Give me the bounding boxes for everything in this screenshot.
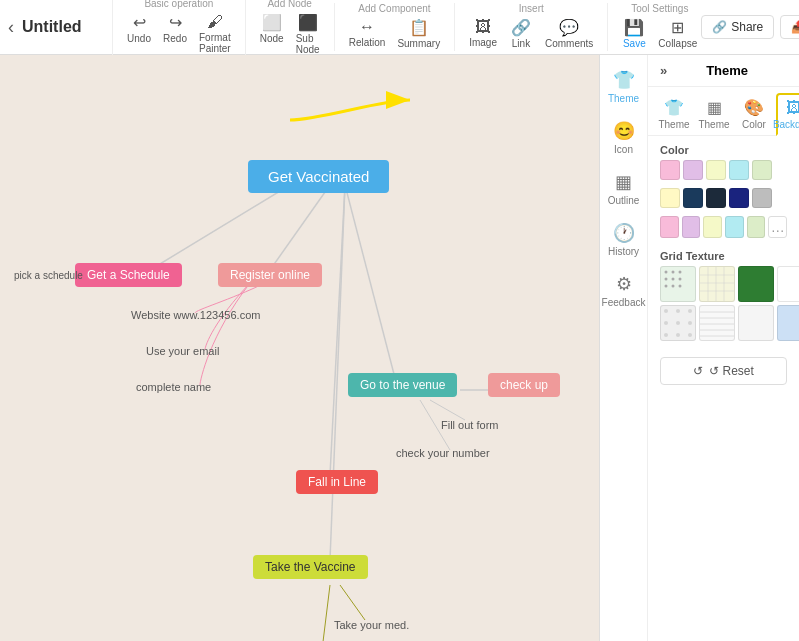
insert-section: Insert 🖼Image 🔗Link 💬Comments (454, 3, 597, 51)
checkup-node[interactable]: check up (488, 373, 560, 397)
panel-header: » Theme (648, 55, 799, 87)
root-node[interactable]: Get Vaccinated (248, 160, 389, 193)
sidebar-item-theme[interactable]: 👕 Theme (602, 63, 646, 110)
relation-button[interactable]: ↔Relation (345, 16, 390, 51)
add-component-label: Add Component (358, 3, 430, 14)
texture-swatch[interactable] (738, 266, 774, 302)
svg-point-18 (665, 285, 668, 288)
history-icon: 🕐 (613, 222, 635, 244)
theme-panel: » Theme 👕 Theme ▦ Theme 🎨 Color 🖼 (648, 55, 799, 641)
svg-line-3 (330, 185, 345, 475)
email-node[interactable]: Use your email (140, 343, 225, 359)
texture-swatch[interactable] (777, 266, 799, 302)
svg-line-4 (330, 185, 345, 560)
tab-theme2[interactable]: ▦ Theme (696, 93, 732, 135)
texture-swatch[interactable] (699, 305, 735, 341)
color-swatch[interactable] (752, 188, 772, 208)
tab-theme[interactable]: 👕 Theme (656, 93, 692, 135)
more-styles-button[interactable]: … (768, 216, 787, 238)
sidebar-item-label: Theme (608, 93, 639, 104)
tab-theme2-icon: ▦ (707, 98, 722, 117)
sidebar-item-history[interactable]: 🕐 History (602, 216, 646, 263)
color-swatch[interactable] (660, 160, 680, 180)
svg-point-14 (679, 271, 682, 274)
svg-point-19 (672, 285, 675, 288)
link-button[interactable]: 🔗Link (505, 16, 537, 51)
schedule-node[interactable]: Get a Schedule (75, 263, 182, 287)
color-swatch[interactable] (706, 160, 726, 180)
comments-button[interactable]: 💬Comments (541, 16, 597, 51)
format-painter-button[interactable]: 🖌Format Painter (195, 11, 235, 56)
sidebar-item-label: Outline (608, 195, 640, 206)
texture-swatch[interactable] (660, 266, 696, 302)
sidebar-item-feedback[interactable]: ⚙ Feedback (602, 267, 646, 314)
register-node[interactable]: Register online (218, 263, 322, 287)
save-button[interactable]: 💾Save (618, 16, 650, 51)
tab-color[interactable]: 🎨 Color (736, 93, 772, 135)
svg-point-32 (688, 321, 692, 325)
texture-swatch[interactable] (699, 266, 735, 302)
node-button[interactable]: ⬜Node (256, 11, 288, 57)
collapse-button[interactable]: ⊞Collapse (654, 16, 701, 51)
outline-icon: ▦ (615, 171, 632, 193)
texture-swatch[interactable] (660, 305, 696, 341)
color-swatch[interactable] (683, 188, 703, 208)
vaccine-node[interactable]: Take the Vaccine (253, 555, 368, 579)
color-swatch[interactable] (660, 188, 680, 208)
sidebar-item-icon[interactable]: 😊 Icon (602, 114, 646, 161)
pick-schedule-node[interactable]: pick a schedule (8, 268, 89, 283)
sub-node-button[interactable]: ⬛Sub Node (292, 11, 324, 57)
sidebar-item-outline[interactable]: ▦ Outline (602, 165, 646, 212)
reset-button[interactable]: ↺ ↺ Reset (660, 357, 787, 385)
fillout-node[interactable]: Fill out form (435, 417, 504, 433)
right-panel: 👕 Theme 😊 Icon ▦ Outline 🕐 History ⚙ Fee… (599, 55, 799, 641)
main-area: Get Vaccinated Get a Schedule Register o… (0, 55, 799, 641)
tab-backdrop[interactable]: 🖼 Backdrop (776, 93, 799, 136)
svg-point-27 (664, 309, 668, 313)
redo-button[interactable]: ↪Redo (159, 11, 191, 56)
tab-backdrop-label: Backdrop (773, 119, 799, 130)
name-node[interactable]: complete name (130, 379, 217, 395)
theme-tabs: 👕 Theme ▦ Theme 🎨 Color 🖼 Backdrop (648, 87, 799, 136)
svg-point-33 (664, 333, 668, 337)
color-swatch[interactable] (683, 160, 703, 180)
insert-label: Insert (519, 3, 544, 14)
back-button[interactable]: ‹ (8, 17, 14, 38)
tool-settings-section: Tool Settings 💾Save ⊞Collapse (607, 3, 701, 51)
takemed-node[interactable]: Take your med. (328, 617, 415, 633)
style-swatch[interactable] (703, 216, 722, 238)
topbar: ‹ Untitled Basic operation ↩Undo ↪Redo 🖌… (0, 0, 799, 55)
tab-color-icon: 🎨 (744, 98, 764, 117)
export-button[interactable]: 📤 Export (780, 15, 799, 39)
sidebar-item-label: Feedback (602, 297, 646, 308)
undo-button[interactable]: ↩Undo (123, 11, 155, 56)
fall-node[interactable]: Fall in Line (296, 470, 378, 494)
add-node-section: Add Node ⬜Node ⬛Sub Node (245, 0, 324, 57)
svg-line-1 (150, 185, 290, 270)
color-swatch[interactable] (729, 160, 749, 180)
website-node[interactable]: Website www.123456.com (125, 307, 266, 323)
reset-icon: ↺ (693, 364, 703, 378)
share-button[interactable]: 🔗 Share (701, 15, 774, 39)
color-swatch[interactable] (752, 160, 772, 180)
style-swatch[interactable] (725, 216, 744, 238)
collapse-arrow-button[interactable]: » (660, 63, 667, 78)
tool-settings-label: Tool Settings (631, 3, 688, 14)
venue-node[interactable]: Go to the venue (348, 373, 457, 397)
summary-button[interactable]: 📋Summary (393, 16, 444, 51)
texture-swatch[interactable] (777, 305, 799, 341)
svg-line-2 (345, 185, 395, 378)
svg-point-30 (664, 321, 668, 325)
style-swatch[interactable] (682, 216, 701, 238)
texture-swatch[interactable] (738, 305, 774, 341)
svg-point-28 (676, 309, 680, 313)
style-swatch[interactable] (660, 216, 679, 238)
tab-theme2-label: Theme (698, 119, 729, 130)
color-swatch[interactable] (706, 188, 726, 208)
image-button[interactable]: 🖼Image (465, 16, 501, 51)
svg-line-10 (322, 585, 330, 641)
style-swatch[interactable] (747, 216, 766, 238)
color-swatch[interactable] (729, 188, 749, 208)
canvas[interactable]: Get Vaccinated Get a Schedule Register o… (0, 55, 599, 641)
checknumber-node[interactable]: check your number (390, 445, 496, 461)
